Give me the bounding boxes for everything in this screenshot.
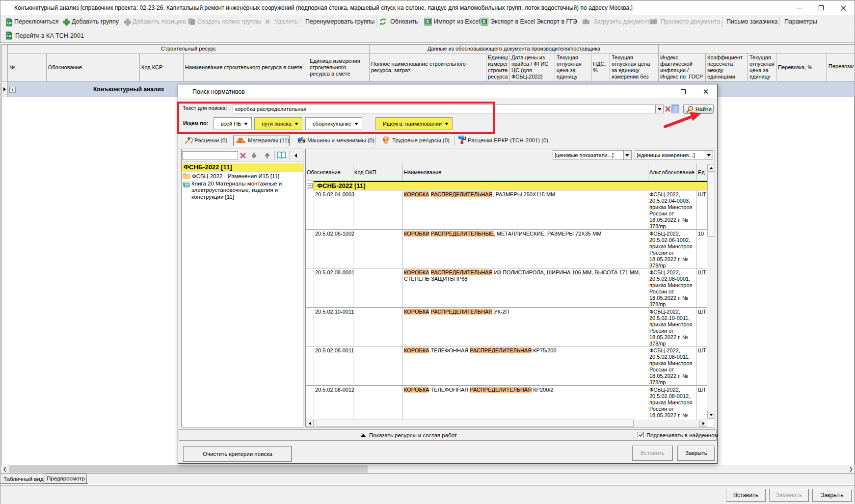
svg-text:X: X (482, 19, 486, 25)
svg-text:X: X (426, 19, 429, 25)
svg-text:КА:: КА: (7, 34, 12, 38)
svg-text:КА:: КА: (7, 21, 12, 25)
